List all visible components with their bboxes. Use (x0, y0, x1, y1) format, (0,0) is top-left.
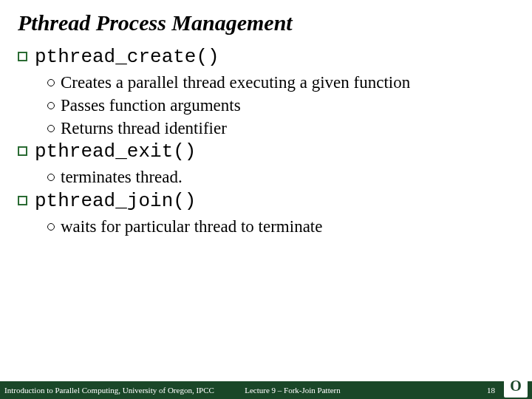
square-bullet-icon (18, 146, 27, 156)
bullet-l2: waits for particular thread to terminate (47, 216, 514, 238)
circle-bullet-icon (47, 125, 55, 132)
bullet-l2: terminates thread. (47, 167, 514, 188)
body-text: Passes function arguments (61, 95, 241, 117)
code-text: pthread_join() (35, 190, 196, 212)
footer-left-text: Introduction to Parallel Computing, Univ… (0, 386, 214, 395)
circle-bullet-icon (47, 174, 55, 181)
bullet-l1: pthread_exit() (18, 140, 514, 163)
bullet-l2: Returns thread identifier (47, 118, 514, 140)
square-bullet-icon (18, 196, 27, 205)
bullet-l2: Passes function arguments (47, 95, 514, 117)
square-bullet-icon (18, 52, 27, 61)
bullet-l1: pthread_join() (18, 190, 514, 212)
slide-body: Pthread Process Management pthread_creat… (0, 0, 532, 238)
bullet-l1: pthread_create() (18, 46, 514, 68)
circle-bullet-icon (47, 223, 55, 231)
body-text: terminates thread. (61, 167, 183, 188)
footer-page-number: 18 (487, 386, 495, 395)
bullet-l2: Creates a parallel thread executing a gi… (47, 72, 514, 94)
code-text: pthread_exit() (35, 140, 196, 163)
footer-center-text: Lecture 9 – Fork-Join Pattern (245, 386, 341, 395)
oregon-logo-icon: O (504, 374, 528, 398)
body-text: Returns thread identifier (61, 118, 227, 140)
code-text: pthread_create() (35, 46, 219, 68)
circle-bullet-icon (47, 102, 55, 109)
slide-title: Pthread Process Management (18, 10, 514, 35)
body-text: waits for particular thread to terminate (61, 216, 322, 238)
logo-letter: O (510, 378, 522, 395)
footer-bar: Introduction to Parallel Computing, Univ… (0, 381, 532, 399)
circle-bullet-icon (47, 79, 55, 86)
body-text: Creates a parallel thread executing a gi… (61, 72, 410, 94)
